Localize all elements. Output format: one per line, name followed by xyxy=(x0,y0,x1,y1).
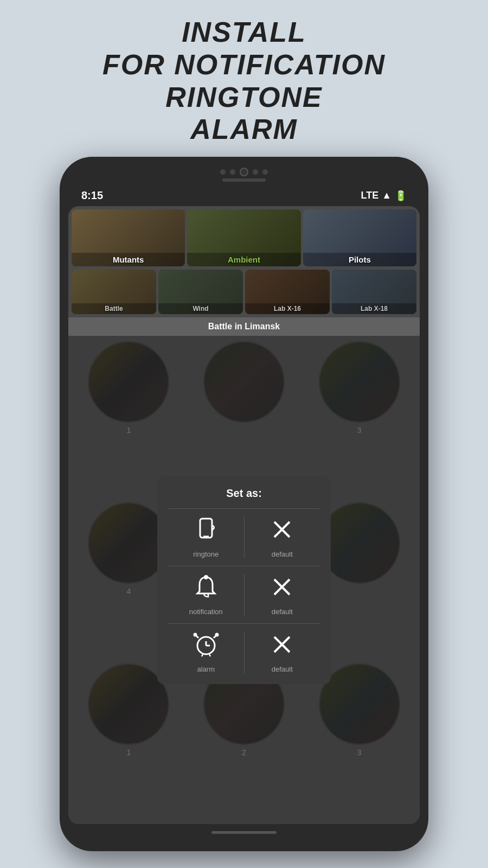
camera-main xyxy=(240,168,248,176)
camera-dot-r1 xyxy=(253,169,258,175)
dialog-overlay: Set as: ri xyxy=(68,336,420,824)
speaker-bar xyxy=(222,178,266,182)
dialog-row-ringtone: ringtone default xyxy=(168,508,320,566)
header-line3: RINGTONE xyxy=(102,81,386,114)
category-labx18-label: Lab X-18 xyxy=(332,303,416,314)
status-time: 8:15 xyxy=(81,189,103,202)
dialog-row-alarm: alarm default xyxy=(168,623,320,673)
svg-point-4 xyxy=(204,576,207,578)
svg-line-15 xyxy=(209,654,210,656)
category-ambient[interactable]: Ambient xyxy=(187,209,300,266)
category-labx16-label: Lab X-16 xyxy=(245,303,330,314)
home-indicator xyxy=(211,831,277,834)
camera-dot-left xyxy=(220,169,226,175)
set-as-dialog: Set as: ri xyxy=(157,476,331,684)
category-battle[interactable]: Battle xyxy=(72,270,156,314)
track-title: Battle in Limansk xyxy=(68,322,420,331)
notification-label: notification xyxy=(189,608,223,616)
category-pilots-label: Pilots xyxy=(303,253,416,266)
category-mutants-label: Mutants xyxy=(72,253,185,266)
categories-row-1: Mutants Ambient Pilots xyxy=(68,206,420,270)
lte-label: LTE xyxy=(361,190,379,201)
category-labx16[interactable]: Lab X-16 xyxy=(245,270,330,314)
category-labx18[interactable]: Lab X-18 xyxy=(332,270,416,314)
close-icon-1 xyxy=(269,516,295,546)
header-title: INSTALL FOR NOTIFICATION RINGTONE ALARM xyxy=(102,16,386,146)
category-wind-label: Wind xyxy=(158,303,243,314)
dialog-option-notification[interactable]: notification xyxy=(168,574,244,616)
category-mutants[interactable]: Mutants xyxy=(72,209,185,266)
dialog-row-notification: notification default xyxy=(168,566,320,623)
close-icon-2 xyxy=(269,574,295,603)
camera-dot-r2 xyxy=(262,169,268,175)
track-section: Battle in Limansk xyxy=(68,317,420,336)
status-bar: 8:15 LTE ▲ 🔋 xyxy=(68,185,420,206)
alarm-label: alarm xyxy=(197,665,215,673)
category-battle-label: Battle xyxy=(72,303,156,314)
dialog-option-default-3[interactable]: default xyxy=(245,631,320,673)
category-wind[interactable]: Wind xyxy=(158,270,243,314)
dialog-option-alarm[interactable]: alarm xyxy=(168,631,244,673)
header-line1: INSTALL xyxy=(102,16,386,49)
dialog-option-ringtone[interactable]: ringtone xyxy=(168,516,244,558)
dialog-option-default-1[interactable]: default xyxy=(245,516,320,558)
alarm-icon xyxy=(193,631,219,661)
dialog-title: Set as: xyxy=(168,487,320,500)
dialog-option-default-2[interactable]: default xyxy=(245,574,320,616)
ringtone-label: ringtone xyxy=(193,550,219,558)
close-icon-3 xyxy=(269,631,295,661)
phone-frame: 8:15 LTE ▲ 🔋 Mutants Ambient Pilots xyxy=(60,157,428,851)
ringtone-icon xyxy=(193,516,219,546)
camera-dot-mid xyxy=(230,169,235,175)
notification-icon xyxy=(193,574,219,603)
phone-bottom xyxy=(68,824,420,840)
category-pilots[interactable]: Pilots xyxy=(303,209,416,266)
categories-row-2: Battle Wind Lab X-16 Lab X-18 xyxy=(68,270,420,317)
header-line2: FOR NOTIFICATION xyxy=(102,49,386,81)
default-label-1: default xyxy=(272,550,293,558)
phone-screen: Mutants Ambient Pilots Battle Wind xyxy=(68,206,420,824)
default-label-3: default xyxy=(272,665,293,673)
category-ambient-label: Ambient xyxy=(187,253,300,266)
svg-point-13 xyxy=(216,634,218,636)
camera-area xyxy=(68,168,420,176)
header-line4: ALARM xyxy=(102,113,386,146)
sound-grid: 1 3 4 xyxy=(68,336,420,824)
battery-icon: 🔋 xyxy=(395,190,407,202)
svg-line-14 xyxy=(202,654,203,656)
svg-point-11 xyxy=(194,634,196,636)
default-label-2: default xyxy=(272,608,293,616)
svg-rect-0 xyxy=(200,519,212,538)
status-right-icons: LTE ▲ 🔋 xyxy=(361,190,407,202)
signal-icon: ▲ xyxy=(382,190,391,201)
